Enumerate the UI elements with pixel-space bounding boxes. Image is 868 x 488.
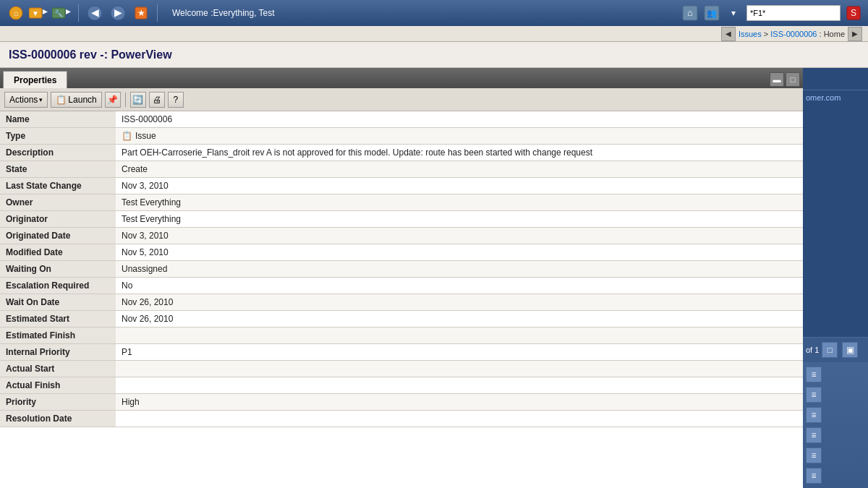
right-icon-6[interactable]: ≡: [806, 468, 822, 484]
prop-value: Nov 26, 2010: [116, 311, 803, 328]
table-row: Originated DateNov 3, 2010: [0, 228, 803, 244]
table-row: Estimated Finish: [0, 328, 803, 344]
prop-value: P1: [116, 344, 803, 361]
right-icon-5[interactable]: ≡: [806, 448, 822, 463]
people-dropdown-icon[interactable]: ▾: [725, 4, 742, 22]
sidebar-page-icon[interactable]: □: [822, 342, 838, 358]
toolbar-right: ⌂ 👥 ▾ S: [681, 4, 862, 22]
launch-button[interactable]: 📋 Launch: [51, 92, 101, 108]
help-icon[interactable]: ?: [168, 92, 184, 108]
properties-container: NameISS-0000006Type📋IssueDescriptionPart…: [0, 111, 803, 488]
top-toolbar: ⌂ ▼▸ 🔧▸ ◀ ▶ ★ Welcome :Everything, Test …: [0, 0, 868, 26]
prop-label: State: [0, 161, 116, 178]
prop-label: Last State Change: [0, 178, 116, 194]
sidebar-email: omer.com: [803, 90, 868, 105]
prop-label: Resolution Date: [0, 411, 116, 427]
prop-value: Test Everything: [116, 211, 803, 228]
table-row: OwnerTest Everything: [0, 194, 803, 211]
search-icon[interactable]: S: [845, 4, 862, 22]
table-row: Internal PriorityP1: [0, 344, 803, 361]
svg-text:▾: ▾: [731, 8, 736, 18]
search-input[interactable]: [746, 5, 841, 21]
prop-label: Modified Date: [0, 244, 116, 261]
home-icon[interactable]: ⌂: [6, 3, 26, 23]
nav-forward-icon[interactable]: ▶: [108, 3, 128, 23]
nav-back-icon[interactable]: ◀: [85, 3, 105, 23]
sidebar-expand-icon[interactable]: ▣: [842, 342, 858, 358]
expand-icon[interactable]: □: [786, 72, 800, 87]
prop-label: Type: [0, 128, 116, 145]
print-icon[interactable]: 🖨: [149, 92, 165, 108]
actions-button[interactable]: Actions ▾: [4, 92, 48, 108]
prop-value: Nov 3, 2010: [116, 228, 803, 244]
action-toolbar: Actions ▾ 📋 Launch 📌 🔄 🖨 ?: [0, 88, 803, 111]
right-icon-2[interactable]: ≡: [806, 387, 822, 403]
prop-value: Part OEH-Carroserie_Flans_droit rev A is…: [116, 145, 803, 161]
prop-label: Waiting On: [0, 261, 116, 278]
prop-label: Internal Priority: [0, 344, 116, 361]
prop-value: Unassigned: [116, 261, 803, 278]
breadcrumb: Issues > ISS-0000006 : Home: [739, 30, 845, 38]
toolbar-separator-2: [157, 4, 158, 22]
breadcrumb-nav-right[interactable]: ▶: [848, 27, 862, 41]
launch-icon: 📋: [56, 95, 67, 105]
prop-label: Originator: [0, 211, 116, 228]
right-sidebar: omer.com of 1 □ ▣ ≡ ≡ ≡ ≡ ≡ ≡: [803, 68, 868, 488]
svg-text:★: ★: [137, 8, 145, 18]
sidebar-top-section: [803, 68, 868, 90]
properties-table: NameISS-0000006Type📋IssueDescriptionPart…: [0, 111, 803, 427]
table-row: Last State ChangeNov 3, 2010: [0, 178, 803, 194]
pin-icon[interactable]: 📌: [105, 92, 121, 108]
refresh-icon[interactable]: 🔄: [130, 92, 146, 108]
main-content: Properties ▬ □ Actions ▾ 📋 Launch 📌 🔄 🖨 …: [0, 68, 868, 488]
prop-value: Nov 3, 2010: [116, 178, 803, 194]
people-icon[interactable]: 👥: [703, 4, 720, 22]
prop-value: 📋Issue: [116, 128, 803, 145]
table-row: Type📋Issue: [0, 128, 803, 145]
prop-value: Nov 5, 2010: [116, 244, 803, 261]
prop-label: Actual Finish: [0, 377, 116, 394]
right-icon-3[interactable]: ≡: [806, 407, 822, 423]
svg-text:⌂: ⌂: [687, 7, 693, 18]
table-row: StateCreate: [0, 161, 803, 178]
right-icon-1[interactable]: ≡: [806, 367, 822, 382]
prop-label: Escalation Required: [0, 278, 116, 294]
page-title-bar: ISS-0000006 rev -: PowerView: [0, 42, 868, 68]
prop-value: High: [116, 394, 803, 411]
prop-value: [116, 328, 803, 344]
svg-text:🔧: 🔧: [54, 9, 64, 18]
table-row: DescriptionPart OEH-Carroserie_Flans_dro…: [0, 145, 803, 161]
collapse-icon[interactable]: ▬: [770, 72, 784, 87]
tab-properties[interactable]: Properties: [3, 71, 67, 88]
prop-label: Actual Start: [0, 361, 116, 377]
prop-value: ISS-0000006: [116, 111, 803, 128]
toolbar-separator-1: [78, 4, 79, 22]
tools-icon[interactable]: 🔧▸: [52, 3, 72, 23]
back-group-icon[interactable]: ▼▸: [29, 3, 49, 23]
prop-value: [116, 411, 803, 427]
table-row: Wait On DateNov 26, 2010: [0, 294, 803, 311]
table-row: Modified DateNov 5, 2010: [0, 244, 803, 261]
welcome-text: Welcome :Everything, Test: [163, 8, 284, 18]
svg-text:◀: ◀: [91, 7, 99, 18]
right-icon-4[interactable]: ≡: [806, 427, 822, 443]
of-label: of 1: [806, 346, 819, 354]
table-row: Resolution Date: [0, 411, 803, 427]
bookmark-icon[interactable]: ★: [131, 3, 151, 23]
prop-label: Name: [0, 111, 116, 128]
prop-value: Nov 26, 2010: [116, 294, 803, 311]
table-row: Estimated StartNov 26, 2010: [0, 311, 803, 328]
svg-text:▸: ▸: [43, 6, 48, 17]
prop-label: Originated Date: [0, 228, 116, 244]
launch-label: Launch: [68, 95, 96, 105]
house-icon[interactable]: ⌂: [681, 4, 699, 22]
breadcrumb-nav-left[interactable]: ◀: [721, 27, 736, 41]
prop-value: No: [116, 278, 803, 294]
table-row: NameISS-0000006: [0, 111, 803, 128]
prop-value: Test Everything: [116, 194, 803, 211]
prop-value: Create: [116, 161, 803, 178]
prop-label: Wait On Date: [0, 294, 116, 311]
prop-value: [116, 377, 803, 394]
svg-text:▸: ▸: [66, 6, 71, 17]
table-row: Escalation RequiredNo: [0, 278, 803, 294]
